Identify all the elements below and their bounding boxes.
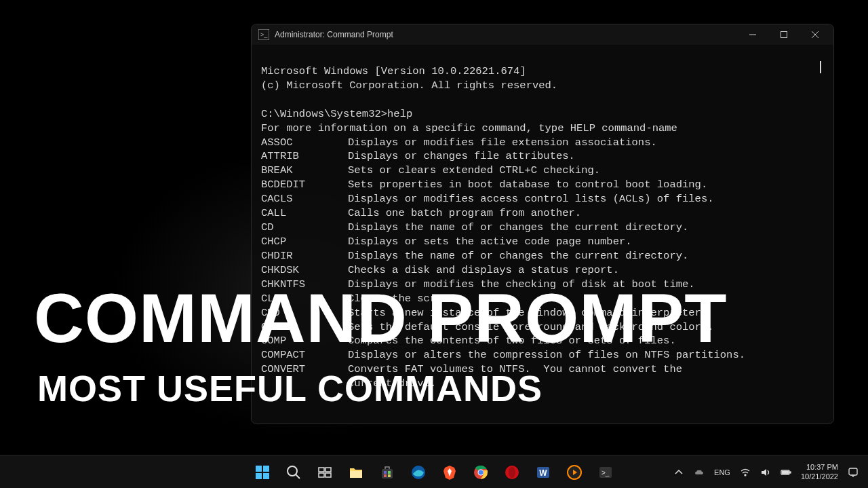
help-row: CDDisplays the name of or changes the cu… <box>261 221 824 235</box>
svg-rect-19 <box>388 471 391 474</box>
help-intro: For more information on a specific comma… <box>261 122 677 134</box>
help-row: ASSOCDisplays or modifies file extension… <box>261 136 824 150</box>
file-explorer-icon[interactable] <box>342 459 370 486</box>
clock-time: 10:37 PM <box>801 463 838 472</box>
copyright-line: (c) Microsoft Corporation. All rights re… <box>261 79 557 92</box>
help-command-name: CHKDSK <box>261 263 348 278</box>
help-command-desc: Sets properties in boot database to cont… <box>348 178 707 192</box>
minimize-button[interactable] <box>737 24 768 45</box>
help-command-desc: Checks a disk and displays a status repo… <box>348 263 619 278</box>
help-command-name: CD <box>261 221 348 235</box>
svg-rect-6 <box>256 466 262 472</box>
help-command-desc: Sets or clears extended CTRL+C checking. <box>348 164 600 178</box>
help-row: BCDEDITSets properties in boot database … <box>261 178 824 192</box>
media-player-icon[interactable] <box>561 459 588 486</box>
svg-rect-7 <box>263 466 269 472</box>
svg-rect-12 <box>319 468 324 472</box>
help-row: CHCPDisplays or sets the active code pag… <box>261 235 824 249</box>
help-command-desc: Displays or modifies file extension asso… <box>348 136 657 150</box>
help-command-desc: Displays or sets the active code page nu… <box>348 235 632 249</box>
microsoft-store-icon[interactable] <box>374 459 401 486</box>
chrome-icon[interactable] <box>467 459 494 486</box>
taskbar-center: W >_ <box>249 459 619 486</box>
help-command-name: CHCP <box>261 235 348 249</box>
help-row: CHDIRDisplays the name of or changes the… <box>261 249 824 263</box>
overlay-subtitle: MOST USEFUL COMMANDS <box>37 370 542 407</box>
volume-icon[interactable] <box>760 467 771 478</box>
brave-icon[interactable] <box>436 459 463 486</box>
help-row: ATTRIBDisplays or changes file attribute… <box>261 149 824 164</box>
taskbar: W >_ ENG 10:37 PM 10/21/2022 <box>0 455 868 488</box>
terminal-taskbar-icon[interactable]: >_ <box>592 459 619 486</box>
overlay-title: COMMAND PROMPT <box>34 284 728 353</box>
notifications-icon[interactable] <box>848 467 859 478</box>
clock-date: 10/21/2022 <box>801 472 838 481</box>
help-command-name: ASSOC <box>261 136 348 150</box>
clock[interactable]: 10:37 PM 10/21/2022 <box>801 463 838 481</box>
task-view-button[interactable] <box>311 459 338 486</box>
svg-rect-17 <box>382 469 393 478</box>
svg-rect-37 <box>789 472 791 473</box>
prompt-line: C:\Windows\System32>help <box>261 108 412 120</box>
svg-rect-3 <box>781 32 787 38</box>
search-button[interactable] <box>280 459 307 486</box>
close-button[interactable] <box>800 24 831 45</box>
edge-icon[interactable] <box>405 459 432 486</box>
system-tray: ENG 10:37 PM 10/21/2022 <box>673 463 868 481</box>
window-title: Administrator: Command Prompt <box>275 30 737 39</box>
svg-rect-20 <box>384 474 387 477</box>
cmd-icon: >_ <box>258 29 269 40</box>
help-command-desc: Displays or changes file attributes. <box>348 149 575 164</box>
help-row: BREAKSets or clears extended CTRL+C chec… <box>261 164 824 178</box>
language-indicator[interactable]: ENG <box>714 468 730 476</box>
help-command-name: BCDEDIT <box>261 178 348 192</box>
svg-rect-18 <box>384 471 387 474</box>
help-command-desc: Displays the name of or changes the curr… <box>348 249 688 263</box>
command-prompt-window: >_ Administrator: Command Prompt Microso… <box>251 24 834 424</box>
svg-rect-21 <box>388 474 391 477</box>
help-command-desc: Calls one batch program from another. <box>348 206 581 221</box>
help-row: CACLSDisplays or modifies access control… <box>261 192 824 206</box>
svg-rect-39 <box>849 468 857 475</box>
help-command-desc: Displays or modifies access control list… <box>348 192 714 206</box>
battery-icon[interactable] <box>781 467 791 478</box>
svg-point-25 <box>479 470 484 474</box>
svg-point-10 <box>288 466 297 476</box>
svg-text:>_: >_ <box>601 469 610 476</box>
opera-icon[interactable] <box>498 459 526 486</box>
svg-point-34 <box>745 474 746 476</box>
svg-text:W: W <box>539 468 547 478</box>
svg-point-27 <box>509 467 515 478</box>
svg-text:>_: >_ <box>260 31 268 38</box>
help-command-name: CALL <box>261 206 348 221</box>
help-command-desc: Displays the name of or changes the curr… <box>348 221 688 235</box>
maximize-button[interactable] <box>768 24 800 45</box>
svg-marker-35 <box>762 469 766 476</box>
help-command-name: CHDIR <box>261 249 348 263</box>
version-line: Microsoft Windows [Version 10.0.22621.67… <box>261 65 526 77</box>
svg-rect-15 <box>326 473 331 477</box>
start-button[interactable] <box>249 459 276 486</box>
wifi-icon[interactable] <box>740 467 751 478</box>
help-row: CALLCalls one batch program from another… <box>261 206 824 221</box>
text-cursor <box>820 61 821 73</box>
svg-rect-9 <box>263 473 269 479</box>
svg-line-11 <box>296 474 300 478</box>
help-row: CHKDSKChecks a disk and displays a statu… <box>261 263 824 278</box>
help-command-name: CACLS <box>261 192 348 206</box>
svg-rect-14 <box>319 473 324 477</box>
tray-chevron-icon[interactable] <box>673 467 684 478</box>
svg-rect-13 <box>326 468 331 472</box>
svg-rect-8 <box>256 473 262 479</box>
help-command-name: ATTRIB <box>261 149 348 164</box>
word-icon[interactable]: W <box>530 459 557 486</box>
onedrive-icon[interactable] <box>694 467 705 478</box>
help-command-name: BREAK <box>261 164 348 178</box>
svg-rect-16 <box>350 471 362 478</box>
titlebar[interactable]: >_ Administrator: Command Prompt <box>252 24 833 45</box>
svg-rect-38 <box>782 471 788 473</box>
